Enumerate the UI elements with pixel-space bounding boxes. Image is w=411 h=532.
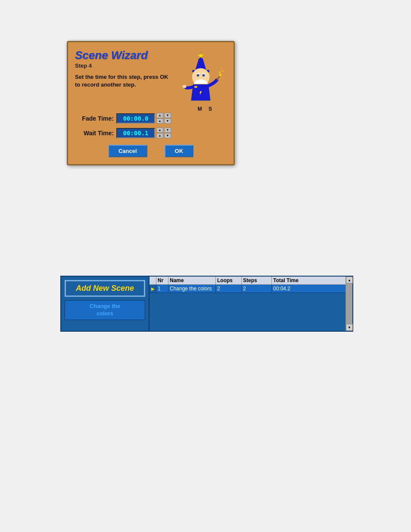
fade-time-row: Fade Time: ▲ ▼ ▲ ▼ (75, 113, 227, 124)
wait-sec-down[interactable]: ▼ (164, 133, 171, 138)
wizard-instruction: Set the time for this step, press OKto r… (75, 73, 175, 89)
scroll-up-button[interactable]: ▲ (346, 277, 353, 283)
fade-sec-spinners: ▲ ▼ (156, 118, 171, 124)
col-arrow-header (149, 277, 156, 284)
wizard-header: Scene Wizard Step 4 Set the time for thi… (75, 49, 227, 101)
wizard-time-section: M S Fade Time: ▲ ▼ ▲ ▼ Wait Time: ▲ (75, 106, 227, 139)
col-nr-header: Nr (156, 277, 168, 284)
svg-point-15 (222, 70, 223, 72)
wait-time-input[interactable] (116, 128, 155, 138)
row-loops: 2 (216, 285, 242, 292)
fade-time-label: Fade Time: (75, 115, 114, 122)
ok-button[interactable]: OK (165, 145, 194, 157)
table-row[interactable]: ▶ 1 Change the colors 2 2 00:04.2 (149, 285, 346, 293)
svg-point-8 (202, 74, 205, 77)
fade-time-spinners: ▲ ▼ ▲ ▼ (156, 113, 171, 124)
cancel-button[interactable]: Cancel (108, 145, 147, 157)
scroll-down-button[interactable]: ▼ (346, 324, 353, 331)
svg-point-14 (219, 72, 221, 73)
row-nr: 1 (156, 285, 168, 292)
scene-wizard-dialog: Scene Wizard Step 4 Set the time for thi… (67, 41, 235, 165)
fade-time-input[interactable] (116, 113, 155, 124)
scene-panel: Add New Scene Change thecolors Nr Name L… (60, 276, 353, 332)
svg-point-6 (200, 81, 207, 84)
svg-point-17 (183, 85, 187, 88)
row-name: Change the colors (168, 285, 216, 292)
row-arrow: ▶ (149, 285, 156, 292)
wait-min-spinners: ▲ ▼ (156, 128, 171, 133)
wizard-svg (175, 49, 227, 101)
table-header: Nr Name Loops Steps Total Time (149, 277, 346, 285)
fade-min-down[interactable]: ▼ (164, 113, 171, 118)
row-steps: 2 (242, 285, 272, 292)
scene-list-item[interactable]: Change thecolors (65, 300, 145, 320)
svg-point-7 (197, 74, 199, 77)
scroll-track (346, 283, 352, 324)
wizard-buttons: Cancel OK (75, 145, 227, 157)
fade-sec-up[interactable]: ▲ (156, 118, 163, 124)
col-loops-header: Loops (216, 277, 242, 284)
wizard-step: Step 4 (75, 62, 175, 69)
wizard-character-image (175, 49, 227, 101)
add-new-scene-button[interactable]: Add New Scene (65, 280, 145, 297)
wizard-title-block: Scene Wizard Step 4 Set the time for thi… (75, 49, 175, 89)
ms-labels: M S (75, 106, 215, 112)
wait-time-row: Wait Time: ▲ ▼ ▲ ▼ (75, 128, 227, 139)
col-name-header: Name (168, 277, 216, 284)
fade-min-spinners: ▲ ▼ (156, 113, 171, 118)
row-totaltime: 00:04.2 (272, 285, 346, 292)
svg-point-5 (195, 81, 201, 84)
svg-point-16 (221, 68, 222, 68)
table-area: Nr Name Loops Steps Total Time ▶ 1 Chang… (149, 277, 346, 331)
wait-time-label: Wait Time: (75, 130, 114, 137)
panel-wrapper: Nr Name Loops Steps Total Time ▶ 1 Chang… (149, 277, 352, 331)
wait-min-up[interactable]: ▲ (156, 128, 163, 133)
wait-sec-spinners: ▲ ▼ (156, 133, 171, 138)
fade-sec-down[interactable]: ▼ (164, 118, 171, 124)
wait-time-spinners: ▲ ▼ ▲ ▼ (156, 128, 171, 139)
fade-min-up[interactable]: ▲ (156, 113, 163, 118)
wait-min-down[interactable]: ▼ (164, 128, 171, 133)
wait-sec-up[interactable]: ▲ (156, 133, 163, 138)
col-totaltime-header: Total Time (272, 277, 346, 284)
col-steps-header: Steps (242, 277, 272, 284)
scrollbar[interactable]: ▲ ▼ (346, 277, 352, 331)
wizard-title: Scene Wizard (75, 49, 175, 62)
left-panel: Add New Scene Change thecolors (61, 277, 149, 331)
